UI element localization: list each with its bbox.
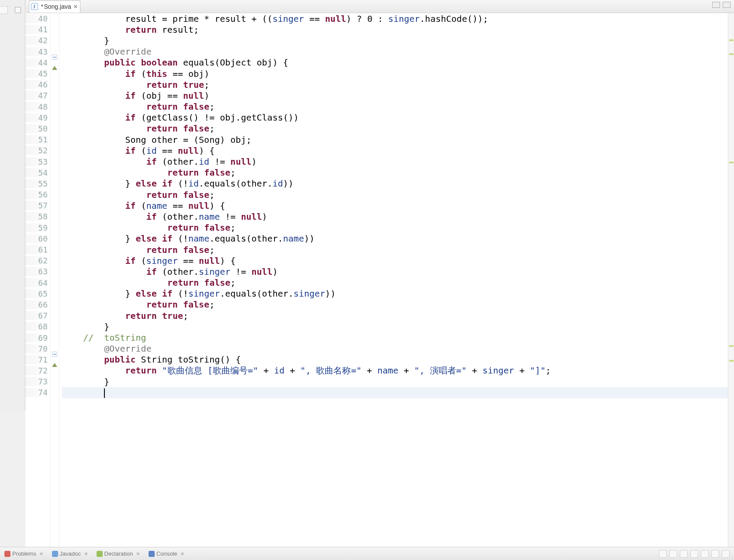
line-number[interactable]: 53	[25, 157, 50, 166]
overview-ruler[interactable]	[728, 13, 734, 547]
code-line[interactable]: } else if (!name.equals(other.name))	[62, 233, 315, 244]
line-number[interactable]: 55	[25, 179, 50, 188]
fold-toggle-icon[interactable]	[52, 55, 57, 60]
file-tab-song[interactable]: * Song.java ×	[29, 0, 80, 13]
terminate-icon[interactable]	[690, 550, 698, 558]
scroll-lock-icon[interactable]	[701, 550, 709, 558]
line-number[interactable]: 56	[25, 190, 50, 199]
code-lines[interactable]: result = prime * result + ((singer == nu…	[59, 13, 734, 547]
line-number[interactable]: 40	[25, 14, 50, 23]
line-number[interactable]: 65	[25, 289, 50, 298]
code-line[interactable]: return false;	[62, 245, 215, 255]
code-line[interactable]: public boolean equals(Object obj) {	[62, 57, 288, 68]
code-line[interactable]: } else if (!singer.equals(other.singer))	[62, 288, 336, 299]
close-view-icon[interactable]: ×	[84, 550, 88, 557]
max-bottom-icon[interactable]	[722, 550, 730, 558]
view-tab-problems[interactable]: Problems×	[0, 548, 48, 560]
line-number[interactable]: 72	[25, 366, 50, 375]
line-number[interactable]: 64	[25, 278, 50, 287]
code-line[interactable]: Song other = (Song) obj;	[62, 135, 251, 145]
override-indicator-icon[interactable]	[52, 363, 57, 367]
line-number[interactable]: 52	[25, 146, 50, 155]
code-line[interactable]: if (other.singer != null)	[62, 266, 278, 277]
code-line[interactable]: return result;	[62, 24, 199, 35]
code-line[interactable]: return false;	[62, 222, 235, 233]
line-number[interactable]: 44	[25, 58, 50, 67]
line-number[interactable]: 74	[25, 388, 50, 397]
code-line[interactable]: }	[62, 35, 109, 46]
line-number[interactable]: 45	[25, 69, 50, 78]
line-number[interactable]: 71	[25, 355, 50, 364]
collapsed-view-icon[interactable]	[0, 6, 8, 14]
line-number[interactable]: 58	[25, 212, 50, 221]
line-number[interactable]: 63	[25, 267, 50, 276]
line-number[interactable]: 73	[25, 377, 50, 386]
code-line[interactable]: @Override	[62, 46, 152, 57]
line-number[interactable]: 61	[25, 245, 50, 254]
view-tab-declaration[interactable]: Declaration×	[92, 548, 144, 560]
line-number[interactable]: 59	[25, 223, 50, 232]
code-line[interactable]: if (obj == null)	[62, 90, 209, 101]
code-line[interactable]: if (other.id != null)	[62, 156, 257, 167]
line-number[interactable]: 62	[25, 256, 50, 265]
line-number[interactable]: 54	[25, 168, 50, 177]
line-number[interactable]: 60	[25, 234, 50, 243]
line-number[interactable]: 66	[25, 300, 50, 309]
code-line[interactable]: if (this == obj)	[62, 69, 209, 79]
code-line[interactable]: return false;	[62, 123, 215, 134]
code-line[interactable]: return false;	[62, 167, 235, 178]
code-line[interactable]: if (getClass() != obj.getClass())	[62, 112, 299, 123]
code-line[interactable]: return true;	[62, 311, 188, 321]
line-number[interactable]: 47	[25, 91, 50, 100]
minimize-icon[interactable]	[15, 7, 21, 13]
code-line[interactable]: return false;	[62, 190, 215, 200]
clear-icon[interactable]	[669, 550, 677, 558]
line-number[interactable]: 68	[25, 322, 50, 331]
view-tab-console[interactable]: Console×	[144, 548, 188, 560]
code-line[interactable]: return false;	[62, 277, 235, 288]
close-view-icon[interactable]: ×	[40, 550, 43, 557]
code-line[interactable]: if (name == null) {	[62, 200, 225, 211]
line-number[interactable]: 41	[25, 25, 50, 34]
code-line[interactable]: }	[62, 377, 109, 387]
maximize-pane-icon[interactable]	[723, 2, 731, 8]
code-line[interactable]: @Override	[62, 343, 152, 354]
override-indicator-icon[interactable]	[52, 66, 57, 70]
line-number[interactable]: 51	[25, 135, 50, 144]
console-icon[interactable]	[680, 550, 688, 558]
code-line[interactable]: return true;	[62, 80, 209, 90]
code-line[interactable]: public String toString() {	[62, 354, 241, 365]
code-line[interactable]: result = prime * result + ((singer == nu…	[62, 14, 488, 24]
line-number[interactable]: 57	[25, 201, 50, 210]
close-view-icon[interactable]: ×	[136, 550, 140, 557]
code-line[interactable]: if (singer == null) {	[62, 256, 235, 266]
line-number[interactable]: 67	[25, 311, 50, 320]
line-number[interactable]: 43	[25, 47, 50, 56]
line-number[interactable]: 70	[25, 344, 50, 353]
line-number[interactable]: 69	[25, 333, 50, 342]
code-line[interactable]	[62, 387, 105, 398]
close-view-icon[interactable]: ×	[181, 550, 184, 557]
minimize-pane-icon[interactable]	[712, 2, 720, 8]
line-number[interactable]: 50	[25, 124, 50, 133]
line-number[interactable]: 49	[25, 113, 50, 122]
min-bottom-icon[interactable]	[711, 550, 719, 558]
code-line[interactable]: if (id == null) {	[62, 145, 215, 156]
close-tab-icon[interactable]: ×	[74, 3, 77, 10]
code-line[interactable]: if (other.name != null)	[62, 211, 267, 222]
code-area[interactable]: 4041424344454647484950515253545556575859…	[25, 13, 734, 547]
code-line[interactable]: return false;	[62, 101, 215, 112]
code-line[interactable]: } else if (!id.equals(other.id))	[62, 178, 294, 189]
code-line[interactable]: }	[62, 321, 109, 332]
fold-toggle-icon[interactable]	[52, 352, 57, 357]
code-line[interactable]: return "歌曲信息 [歌曲编号=" + id + ", 歌曲名称=" + …	[62, 365, 551, 377]
line-number[interactable]: 42	[25, 36, 50, 45]
line-number-gutter[interactable]: 4041424344454647484950515253545556575859…	[25, 13, 51, 547]
code-line[interactable]: // toString	[62, 332, 146, 343]
line-number[interactable]: 48	[25, 102, 50, 111]
pin-icon[interactable]	[659, 550, 667, 558]
marker-column[interactable]	[51, 13, 59, 547]
code-line[interactable]: return false;	[62, 299, 215, 310]
view-tab-javadoc[interactable]: Javadoc×	[48, 548, 92, 560]
line-number[interactable]: 46	[25, 80, 50, 89]
